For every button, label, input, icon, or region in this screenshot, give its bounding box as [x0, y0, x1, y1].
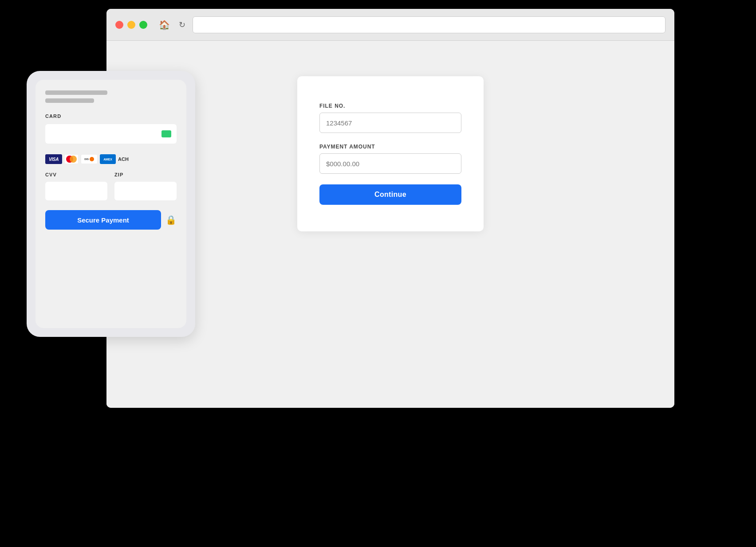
file-no-input[interactable] — [319, 113, 461, 133]
traffic-lights — [115, 21, 147, 29]
mobile-header-placeholders — [45, 90, 177, 103]
placeholder-line-1 — [45, 90, 107, 95]
ach-label: ACH — [118, 156, 129, 162]
lock-icon: 🔒 — [165, 215, 177, 225]
desktop-payment-card: FILE NO. PAYMENT AMOUNT Continue — [297, 76, 484, 231]
mobile-cvv-group: CVV — [45, 172, 107, 200]
mastercard-logo — [64, 154, 79, 164]
mobile-cvv-zip-row: CVV ZIP — [45, 172, 177, 200]
payment-amount-group: PAYMENT AMOUNT — [319, 144, 461, 174]
payment-logos: VISA DIS AMEX ACH — [45, 154, 177, 164]
mobile-cvv-label: CVV — [45, 172, 107, 177]
home-icon[interactable]: 🏠 — [159, 20, 170, 30]
card-chip-icon — [161, 130, 171, 137]
mobile-cvv-input[interactable] — [45, 182, 107, 200]
maximize-button[interactable] — [139, 21, 147, 29]
mobile-secure-row: Secure Payment 🔒 — [45, 210, 177, 230]
browser-titlebar: 🏠 ↻ — [106, 9, 674, 41]
payment-amount-label: PAYMENT AMOUNT — [319, 144, 461, 150]
placeholder-line-2 — [45, 98, 94, 103]
mobile-card-input[interactable] — [45, 124, 177, 144]
close-button[interactable] — [115, 21, 123, 29]
mobile-zip-label: ZIP — [114, 172, 177, 177]
mobile-zip-input[interactable] — [114, 182, 177, 200]
minimize-button[interactable] — [127, 21, 135, 29]
secure-payment-button[interactable]: Secure Payment — [45, 210, 161, 230]
mobile-mockup: CARD VISA DIS AMEX ACH CVV — [27, 71, 195, 337]
mobile-zip-group: ZIP — [114, 172, 177, 200]
discover-logo: DIS — [81, 154, 98, 164]
mobile-inner: CARD VISA DIS AMEX ACH CVV — [35, 80, 186, 328]
file-no-label: FILE NO. — [319, 103, 461, 109]
address-bar[interactable] — [193, 16, 665, 33]
mobile-card-group: CARD — [45, 113, 177, 144]
mobile-card-label: CARD — [45, 113, 177, 119]
refresh-icon[interactable]: ↻ — [179, 20, 185, 30]
visa-logo: VISA — [45, 154, 62, 164]
file-no-group: FILE NO. — [319, 103, 461, 133]
continue-button[interactable]: Continue — [319, 184, 461, 205]
payment-amount-input[interactable] — [319, 153, 461, 174]
amex-logo: AMEX — [100, 154, 116, 164]
